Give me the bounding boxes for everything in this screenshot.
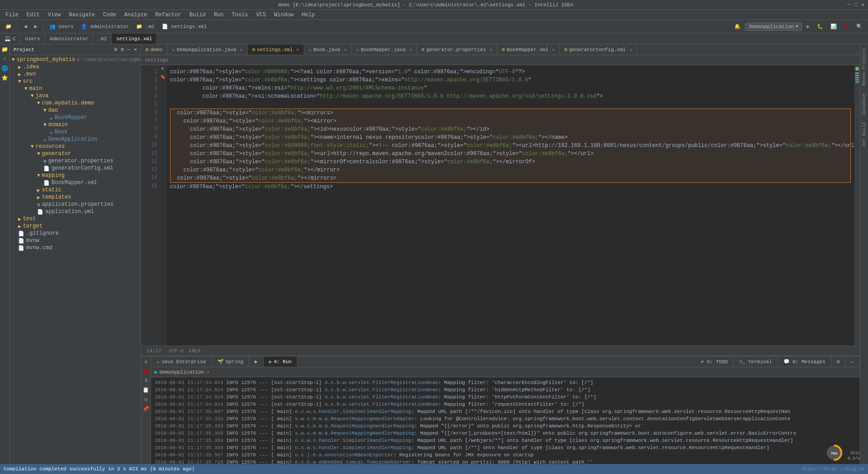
m2-btn[interactable]: 📁 .m2 — [133, 23, 157, 30]
navigate-forward-btn[interactable]: ▶ — [32, 23, 40, 30]
menu-item-refactor[interactable]: Refactor — [151, 11, 185, 19]
coverage-button[interactable]: 📊 — [828, 23, 840, 30]
tab-spring[interactable]: 🌱 Spring — [212, 356, 250, 367]
nav-tab-administrator[interactable]: Administrator — [45, 33, 94, 44]
navigate-back-btn[interactable]: ◀ — [21, 23, 30, 30]
tree-item[interactable]: ☕ BookMapper — [10, 114, 141, 121]
tab-book[interactable]: ☕ Book.java ✕ — [304, 44, 352, 55]
menu-item-help[interactable]: Help — [298, 11, 318, 19]
close-tab-bookmapper-xml[interactable]: ✕ — [552, 47, 555, 52]
tree-item[interactable]: ▼ src — [10, 78, 141, 85]
tab-java-enterprise[interactable]: ☕ Java Enterprise — [151, 356, 212, 367]
tree-item[interactable]: 📄 generatorConfig.xml — [10, 165, 141, 172]
sidebar-settings-icon[interactable]: ⚙ — [121, 47, 124, 53]
tree-item[interactable]: 📄 application.yml — [10, 208, 141, 215]
tree-item[interactable]: 📄 BookMapper.xml — [10, 179, 141, 186]
tree-item[interactable]: ▶ static — [10, 186, 141, 194]
tab-6-todo[interactable]: ✔ 6: TODO — [695, 356, 733, 367]
sidebar-pin-icon[interactable]: ✕ — [134, 47, 137, 53]
project-icon[interactable]: 📁 — [3, 23, 14, 30]
close-tab-generator-props[interactable]: ✕ — [490, 47, 492, 52]
gutter-cell[interactable]: 🔖 — [159, 73, 166, 81]
nav-tab-users[interactable]: Users — [21, 33, 45, 44]
memory-indicator[interactable]: 76% — [826, 444, 843, 461]
run-tool-pause[interactable]: ⏸ — [143, 377, 149, 384]
nav-tab-c[interactable]: 💻 C — [0, 33, 21, 44]
tree-item[interactable]: 📄 .gitignore — [10, 230, 141, 237]
tree-item[interactable]: ▶ .idea — [10, 63, 141, 71]
tab-terminal[interactable]: >_ Terminal — [734, 356, 778, 367]
nav-tab-m2[interactable]: .m2 — [93, 33, 112, 44]
tree-item[interactable]: ▼ mapping — [10, 172, 141, 179]
project-tool-icon[interactable]: 📁 — [1, 46, 8, 53]
tree-item[interactable]: ▼ generator — [10, 150, 141, 157]
administrator-btn[interactable]: 👤 Administrator — [78, 23, 132, 30]
tab-run-icon[interactable]: ▶ — [249, 356, 264, 367]
tree-item[interactable]: ▶ .mvn — [10, 71, 141, 78]
tree-item[interactable]: 📄 mvnw.cmd — [10, 244, 141, 251]
close-tab-settings[interactable]: ✕ — [297, 47, 299, 52]
menu-item-run[interactable]: Run — [210, 11, 227, 19]
tab-bookmapper-xml[interactable]: ⚙ BookMapper.xml ✕ — [497, 44, 560, 55]
run-button[interactable]: ▶ — [804, 23, 812, 30]
tree-item[interactable]: ⚙ application.properties — [10, 201, 141, 208]
menu-item-navigate[interactable]: Navigate — [65, 11, 99, 19]
run-config-selector[interactable]: DemoApplication ▼ — [745, 23, 802, 31]
web-icon[interactable]: 🌐 — [1, 65, 8, 72]
menu-item-vcs[interactable]: VCS — [253, 11, 270, 19]
run-tool-settings[interactable]: ⚙ — [144, 396, 147, 403]
close-tab-generatorconfig[interactable]: ✕ — [629, 47, 632, 52]
menu-item-edit[interactable]: Edit — [23, 11, 43, 19]
sidebar-close-icon[interactable]: — — [127, 47, 130, 53]
sidebar-expand-icon[interactable]: ⚙ — [114, 47, 117, 53]
tree-item[interactable]: 📄 mvnw — [10, 237, 141, 244]
tree-item[interactable]: ⚙ generator.properties — [10, 157, 141, 165]
close-button[interactable]: ✕ — [861, 1, 864, 8]
tab-generatorconfig[interactable]: ⚙ generatorConfig.xml ✕ — [560, 44, 637, 55]
gutter-cell[interactable]: ▼ — [159, 65, 166, 73]
favorites-icon[interactable]: ⭐ — [1, 75, 8, 81]
tab-4-run[interactable]: ▶ 4: Run — [264, 356, 297, 367]
maximize-button[interactable]: □ — [854, 1, 858, 8]
menu-item-window[interactable]: Window — [270, 11, 297, 19]
bottom-close-btn[interactable]: — — [845, 356, 860, 367]
tab-0-messages[interactable]: 💬 0: Messages — [778, 356, 831, 367]
tree-item[interactable]: ▼ com.mybatis.demo — [10, 100, 141, 107]
notifications-icon[interactable]: 🔔 — [731, 23, 743, 30]
tree-item[interactable]: ▼ java — [10, 92, 141, 100]
menu-item-build[interactable]: Build — [186, 11, 209, 19]
menu-item-analyze[interactable]: Analyze — [121, 11, 151, 19]
menu-item-file[interactable]: File — [2, 11, 22, 19]
tab-bookmapper[interactable]: ☕ BookMapper.java ✕ — [352, 44, 417, 55]
tree-item[interactable]: ▶ target — [10, 223, 141, 230]
settings-xml-btn[interactable]: 📄 settings.xml — [159, 23, 210, 30]
code-editor[interactable]: color:#9876aa;">style="color:#808080;"><… — [166, 65, 854, 346]
close-tab-bookmapper[interactable]: ✕ — [409, 47, 412, 52]
close-tab-book[interactable]: ✕ — [344, 47, 347, 52]
users-btn[interactable]: 👥 Users — [47, 23, 76, 30]
ant-build-icon[interactable]: Ant Build — [862, 120, 867, 148]
structure-icon[interactable]: ⚡ — [3, 56, 6, 62]
tree-item[interactable]: ▶ test — [10, 215, 141, 223]
tab-settings[interactable]: ⚙ settings.xml ✕ — [248, 44, 304, 55]
tree-item[interactable]: ▼ main — [10, 85, 141, 92]
tab-generator-props[interactable]: ⚙ generator.properties ✕ — [417, 44, 497, 55]
tree-item[interactable]: ▼ domain — [10, 121, 141, 128]
tab-demoapplication[interactable]: ☕ DemoApplication.java ✕ — [167, 44, 248, 55]
menu-item-view[interactable]: View — [44, 11, 65, 19]
tree-item[interactable]: ☕ DemoApplication — [10, 136, 141, 143]
database-icon[interactable]: Database — [862, 91, 867, 117]
run-tab-close[interactable]: ✕ — [207, 370, 210, 375]
tree-item[interactable]: ▼ dao — [10, 107, 141, 114]
run-tool-stop[interactable]: ⏹ — [143, 368, 149, 374]
bottom-settings-btn[interactable]: ⚙ — [831, 356, 846, 367]
tab-demo[interactable]: m demo — [141, 44, 167, 55]
nav-tab-settings[interactable]: settings.xml — [112, 33, 157, 44]
tree-item[interactable]: ☕ Book — [10, 128, 141, 136]
tree-item[interactable]: ▼ resources — [10, 143, 141, 150]
tree-item[interactable]: ▼ springboot_mybatisE:\idea\project\spri… — [10, 56, 141, 63]
menu-item-code[interactable]: Code — [99, 11, 120, 19]
close-tab-demoapplication[interactable]: ✕ — [240, 47, 243, 52]
tree-item[interactable]: ▶ templates — [10, 194, 141, 201]
run-tool-dump[interactable]: 📋 — [142, 387, 149, 393]
